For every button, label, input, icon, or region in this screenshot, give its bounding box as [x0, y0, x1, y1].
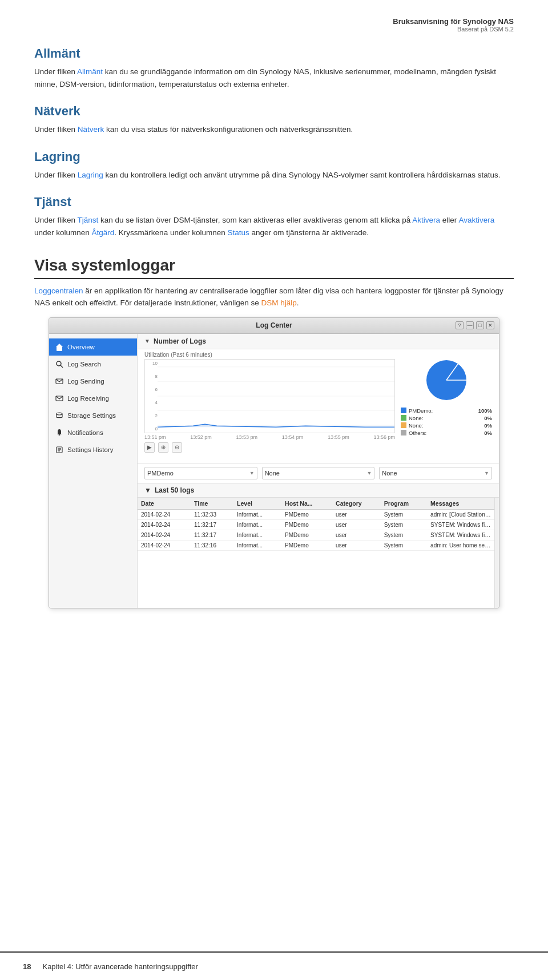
sidebar-item-overview[interactable]: Overview [49, 338, 137, 356]
aktivera-link[interactable]: Aktivera [412, 216, 440, 224]
table-cell: PMDemo [281, 530, 332, 540]
table-cell: 11:32:17 [191, 530, 233, 540]
status-link[interactable]: Status [227, 228, 249, 237]
logs-table-container: Date Time Level Host Na... Category Prog… [138, 498, 499, 608]
zoom-in-button[interactable]: ⊕ [158, 442, 168, 453]
section-allman: Allmänt Under fliken Allmänt kan du se g… [34, 46, 514, 90]
sidebar-label-log-search: Log Search [67, 361, 101, 368]
table-row[interactable]: 2014-02-2411:32:17Informat...PMDemouserS… [138, 519, 494, 530]
table-cell: 11:32:17 [191, 519, 233, 530]
dropdown-none2[interactable]: None ▼ [379, 467, 492, 479]
zoom-out-button[interactable]: ⊖ [172, 442, 182, 453]
app-screenshot: Log Center ? — □ ✕ Overview [49, 317, 499, 608]
sidebar-item-storage-settings[interactable]: Storage Settings [49, 407, 137, 424]
lagring-title: Lagring [34, 150, 514, 164]
help-button[interactable]: ? [456, 321, 464, 329]
search-icon [55, 360, 64, 369]
table-cell: user [332, 519, 381, 530]
page-container: Bruksanvisning för Synology NAS Baserat … [0, 0, 548, 980]
lagring-body: Under fliken Lagring kan du kontrollera … [34, 169, 514, 182]
dropdown-pmdemo[interactable]: PMDemo ▼ [144, 467, 257, 479]
col-level: Level [233, 498, 281, 510]
sidebar-item-settings-history[interactable]: Settings History [49, 441, 137, 458]
section-lagring: Lagring Under fliken Lagring kan du kont… [34, 150, 514, 182]
legend-label-others: Others: [409, 430, 482, 436]
table-cell: 11:32:33 [191, 509, 233, 519]
sidebar-label-storage-settings: Storage Settings [67, 412, 116, 419]
logs-table: Date Time Level Host Na... Category Prog… [138, 498, 494, 551]
sidebar-item-log-receiving[interactable]: Log Receiving [49, 390, 137, 407]
table-cell: System [381, 509, 427, 519]
dsm-hjalp-link[interactable]: DSM hjälp [261, 299, 296, 307]
avaktivera-link[interactable]: Avaktivera [458, 216, 494, 224]
section-natverk: Nätverk Under fliken Nätverk kan du visa… [34, 104, 514, 136]
chart-subtitle: Utilization (Past 6 minutes) [144, 352, 395, 358]
y-label-6: 6 [145, 387, 158, 392]
sidebar-item-notifications[interactable]: Notifications [49, 424, 137, 441]
table-cell: System [381, 530, 427, 540]
sidebar: Overview Log Search Log Sending [49, 334, 138, 608]
y-axis: 10 8 6 4 2 0 [145, 360, 158, 433]
legend-table: PMDemo: 100% None: 0% None: [401, 408, 492, 437]
legend-pct-others: 0% [484, 430, 492, 436]
table-row[interactable]: 2014-02-2411:32:33Informat...PMDemouserS… [138, 509, 494, 519]
sidebar-label-log-receiving: Log Receiving [67, 395, 109, 402]
chevron-down-icon: ▼ [144, 338, 150, 344]
close-button[interactable]: ✕ [486, 321, 494, 329]
chart-left: Utilization (Past 6 minutes) 10 8 6 4 2 … [144, 352, 395, 459]
document-title: Bruksanvisning för Synology NAS [34, 17, 514, 26]
storage-icon [55, 411, 64, 420]
time-label-2: 13:52 pm [190, 434, 212, 440]
chart-section-title: Number of Logs [154, 337, 206, 345]
table-cell: 2014-02-24 [138, 509, 191, 519]
minimize-button[interactable]: — [466, 321, 474, 329]
bell-icon [55, 428, 64, 437]
lagring-link[interactable]: Lagring [78, 171, 103, 179]
section-visa: Visa systemloggar Loggcentralen är en ap… [34, 256, 514, 309]
legend-label-pmdemo: PMDemo: [409, 408, 476, 414]
chart-right: PMDemo: 100% None: 0% None: [401, 352, 492, 459]
window-content: Overview Log Search Log Sending [49, 334, 499, 608]
natverk-link[interactable]: Nätverk [78, 125, 104, 134]
logs-scroll-area[interactable]: Date Time Level Host Na... Category Prog… [138, 498, 494, 608]
table-cell: Informat... [233, 540, 281, 550]
play-button[interactable]: ▶ [144, 442, 155, 453]
table-row[interactable]: 2014-02-2411:32:17Informat...PMDemouserS… [138, 530, 494, 540]
table-cell: user [332, 540, 381, 550]
dropdown-none1[interactable]: None ▼ [262, 467, 375, 479]
table-row[interactable]: 2014-02-2411:32:16Informat...PMDemouserS… [138, 540, 494, 550]
time-label-1: 13:51 pm [144, 434, 166, 440]
sidebar-item-log-sending[interactable]: Log Sending [49, 373, 137, 390]
time-labels: 13:51 pm 13:52 pm 13:53 pm 13:54 pm 13:5… [144, 434, 395, 440]
svg-point-7 [59, 434, 61, 435]
legend-color-none1 [401, 415, 406, 421]
sidebar-item-log-search[interactable]: Log Search [49, 356, 137, 373]
tjanst-link[interactable]: Tjänst [78, 216, 99, 224]
section-tjanst: Tjänst Under fliken Tjänst kan du se lis… [34, 195, 514, 239]
table-cell: admin: [Cloud Station] service was star.… [427, 509, 494, 519]
loggcentralen-link[interactable]: Loggcentralen [34, 287, 83, 295]
dropdown-none1-value: None [265, 470, 280, 477]
table-cell: PMDemo [281, 540, 332, 550]
sidebar-label-settings-history: Settings History [67, 446, 114, 453]
logs-section-title: Last 50 logs [155, 486, 194, 494]
col-category: Category [332, 498, 381, 510]
legend-label-none2: None: [409, 422, 482, 429]
maximize-button[interactable]: □ [476, 321, 484, 329]
col-date: Date [138, 498, 191, 510]
atgard-link[interactable]: Åtgärd [92, 228, 115, 237]
chart-section-header: ▼ Number of Logs [138, 334, 499, 349]
window-title: Log Center [256, 321, 292, 329]
table-cell: PMDemo [281, 509, 332, 519]
table-cell: 2014-02-24 [138, 519, 191, 530]
svg-marker-1 [56, 344, 63, 347]
svg-line-3 [61, 365, 63, 368]
page-footer: 18 Kapitel 4: Utför avancerade hantering… [0, 951, 548, 980]
allman-link[interactable]: Allmänt [77, 67, 103, 76]
sidebar-label-overview: Overview [67, 344, 95, 350]
table-cell: Informat... [233, 530, 281, 540]
scrollbar[interactable] [494, 498, 499, 608]
legend-color-others [401, 430, 406, 435]
window-controls: ? — □ ✕ [456, 321, 494, 329]
legend-pct-none1: 0% [484, 415, 492, 421]
